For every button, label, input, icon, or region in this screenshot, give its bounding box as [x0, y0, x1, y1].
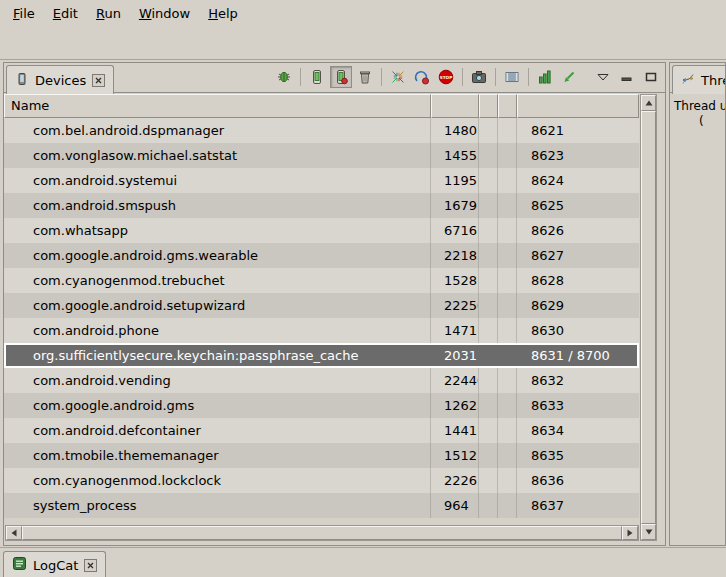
horizontal-scroll-thumb[interactable] [22, 526, 622, 540]
table-row[interactable]: com.bel.android.dspmanager 1480 8621 [4, 118, 639, 143]
process-pid: 14411 [431, 418, 479, 443]
process-pid: 22250 [431, 293, 479, 318]
update-threads-icon[interactable] [387, 66, 409, 88]
empty-cell [479, 493, 498, 518]
vertical-scrollbar[interactable] [640, 94, 657, 541]
close-icon[interactable] [92, 74, 105, 87]
process-port: 8628 [517, 268, 639, 293]
scroll-up-icon[interactable] [641, 95, 656, 111]
column-header-c1[interactable] [479, 94, 498, 118]
column-header-port[interactable] [517, 94, 639, 118]
table-header: Name [4, 94, 639, 118]
empty-cell [479, 368, 498, 393]
table-row[interactable]: system_process 964 8637 [4, 493, 639, 518]
table-row[interactable]: com.google.android.gms.wearable 22185 86… [4, 243, 639, 268]
table-row[interactable]: org.sufficientlysecure.keychain:passphra… [4, 343, 639, 368]
ddms-window: File Edit Run Window Help Devices [0, 0, 726, 577]
table-row[interactable]: com.android.defcontainer 14411 8634 [4, 418, 639, 443]
start-opengl-trace-icon[interactable] [558, 66, 580, 88]
menu-item[interactable]: Run [87, 3, 130, 24]
svg-text:STOP: STOP [440, 75, 453, 80]
empty-cell [479, 418, 498, 443]
device-table-body: com.bel.android.dspmanager 1480 8621 com… [4, 118, 639, 518]
column-header-pid[interactable] [431, 94, 479, 118]
scroll-down-icon[interactable] [641, 524, 656, 540]
scroll-right-icon[interactable] [622, 526, 638, 540]
table-row[interactable]: com.google.android.setupwizard 22250 862… [4, 293, 639, 318]
process-port: 8629 [517, 293, 639, 318]
table-row[interactable]: com.tmobile.thememanager 1512 8635 [4, 443, 639, 468]
process-pid: 1195 [431, 168, 479, 193]
update-heap-icon[interactable] [306, 66, 328, 88]
empty-cell [479, 393, 498, 418]
table-row[interactable]: com.whatsapp 6716 8626 [4, 218, 639, 243]
screen-capture-icon[interactable] [468, 66, 490, 88]
process-port: 8632 [517, 368, 639, 393]
tab-logcat[interactable]: LogCat [3, 551, 106, 577]
table-row[interactable]: com.android.vending 22440 8632 [4, 368, 639, 393]
process-name: com.whatsapp [4, 218, 431, 243]
table-row[interactable]: com.vonglasow.michael.satstat 14553 8623 [4, 143, 639, 168]
toolbar-separator [381, 68, 382, 86]
cause-gc-icon[interactable] [354, 66, 376, 88]
empty-cell [498, 368, 517, 393]
column-header-name[interactable]: Name [4, 94, 431, 118]
table-row[interactable]: com.android.smspush 1679 8625 [4, 193, 639, 218]
table-row[interactable]: com.android.phone 1471 8630 [4, 318, 639, 343]
table-row[interactable]: com.google.android.gms 12623 8633 [4, 393, 639, 418]
empty-cell [498, 443, 517, 468]
empty-cell [498, 493, 517, 518]
start-method-profiling-icon[interactable] [411, 66, 433, 88]
process-name: com.cyanogenmod.lockclock [4, 468, 431, 493]
tab-devices[interactable]: Devices [6, 65, 114, 94]
process-name: com.android.defcontainer [4, 418, 431, 443]
tab-threads[interactable]: Threa [672, 65, 726, 94]
process-port: 8636 [517, 468, 639, 493]
tab-logcat-label: LogCat [33, 558, 78, 573]
threads-panel: Threa Thread up ( [669, 62, 726, 546]
table-row[interactable]: com.cyanogenmod.lockclock 22265 8636 [4, 468, 639, 493]
process-port: 8631 / 8700 [517, 343, 639, 368]
process-pid: 1679 [431, 193, 479, 218]
dump-hprof-icon[interactable] [330, 66, 352, 88]
empty-cell [479, 318, 498, 343]
process-name: com.android.systemui [4, 168, 431, 193]
empty-cell [498, 143, 517, 168]
process-name: com.google.android.setupwizard [4, 293, 431, 318]
empty-cell [498, 193, 517, 218]
process-port: 8637 [517, 493, 639, 518]
process-name: com.vonglasow.michael.satstat [4, 143, 431, 168]
process-pid: 14553 [431, 143, 479, 168]
empty-cell [479, 293, 498, 318]
debug-process-icon[interactable] [273, 66, 295, 88]
menu-bar: File Edit Run Window Help [0, 0, 726, 26]
menu-item[interactable]: File [4, 3, 44, 24]
menu-item[interactable]: Help [199, 3, 247, 24]
scroll-left-icon[interactable] [6, 526, 22, 540]
table-row[interactable]: com.cyanogenmod.trebuchet 1528 8628 [4, 268, 639, 293]
empty-cell [479, 343, 498, 368]
screen-record-icon[interactable] [501, 66, 523, 88]
process-name: com.google.android.gms.wearable [4, 243, 431, 268]
process-name: com.android.smspush [4, 193, 431, 218]
process-pid: 964 [431, 493, 479, 518]
vertical-scroll-thumb[interactable] [641, 111, 656, 524]
stop-process-icon[interactable]: STOP [435, 66, 457, 88]
menu-item[interactable]: Edit [44, 3, 87, 24]
maximize-icon[interactable] [640, 66, 662, 88]
process-name: com.android.vending [4, 368, 431, 393]
menu-item[interactable]: Window [130, 3, 199, 24]
empty-cell [498, 343, 517, 368]
horizontal-scrollbar[interactable] [5, 525, 639, 541]
minimize-icon[interactable] [616, 66, 638, 88]
close-icon[interactable] [84, 559, 97, 572]
empty-cell [479, 218, 498, 243]
main-toolbar-strip [0, 26, 726, 60]
table-row[interactable]: com.android.systemui 1195 8624 [4, 168, 639, 193]
view-menu-icon[interactable] [592, 66, 614, 88]
systrace-icon[interactable] [534, 66, 556, 88]
devices-tabbar: Devices [4, 63, 665, 93]
logcat-bar: LogCat [0, 547, 726, 577]
column-header-c2[interactable] [498, 94, 517, 118]
tab-devices-label: Devices [35, 73, 86, 88]
